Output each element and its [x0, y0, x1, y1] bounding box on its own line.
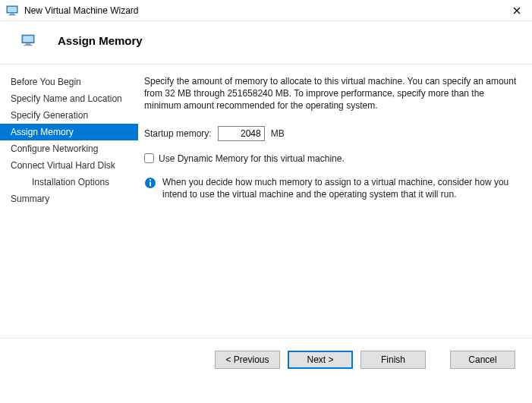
startup-memory-label: Startup memory:	[144, 128, 212, 139]
cancel-button[interactable]: Cancel	[450, 351, 515, 369]
wizard-steps: Before You Begin Specify Name and Locati…	[0, 65, 138, 338]
svg-rect-3	[8, 14, 16, 15]
step-specify-generation[interactable]: Specify Generation	[0, 107, 138, 124]
vm-icon	[6, 5, 18, 17]
vm-icon	[21, 33, 35, 47]
step-configure-networking[interactable]: Configure Networking	[0, 140, 138, 157]
startup-memory-input[interactable]	[218, 126, 265, 141]
memory-description: Specify the amount of memory to allocate…	[144, 75, 518, 112]
titlebar: New Virtual Machine Wizard	[0, 0, 532, 21]
step-summary[interactable]: Summary	[0, 190, 138, 207]
close-button[interactable]	[508, 2, 526, 20]
previous-button[interactable]: < Previous	[215, 351, 280, 369]
dynamic-memory-label: Use Dynamic Memory for this virtual mach…	[159, 153, 345, 164]
page-title: Assign Memory	[58, 34, 143, 47]
info-text: When you decide how much memory to assig…	[162, 176, 518, 200]
startup-memory-unit: MB	[271, 128, 285, 139]
wizard-header: Assign Memory	[0, 21, 532, 64]
svg-rect-8	[26, 44, 31, 46]
info-row: When you decide how much memory to assig…	[144, 176, 518, 200]
dynamic-memory-checkbox[interactable]	[144, 153, 154, 163]
svg-rect-9	[24, 45, 32, 46]
svg-rect-7	[23, 36, 33, 42]
finish-button[interactable]: Finish	[360, 351, 426, 369]
step-connect-vhd[interactable]: Connect Virtual Hard Disk	[0, 157, 138, 174]
dynamic-memory-row: Use Dynamic Memory for this virtual mach…	[144, 153, 518, 164]
svg-rect-11	[150, 181, 151, 186]
step-assign-memory[interactable]: Assign Memory	[0, 124, 138, 140]
next-button[interactable]: Next >	[288, 351, 353, 369]
window-title: New Virtual Machine Wizard	[24, 5, 508, 16]
info-icon	[144, 177, 156, 189]
svg-point-12	[150, 179, 151, 181]
step-before-you-begin[interactable]: Before You Begin	[0, 74, 138, 90]
wizard-content: Specify the amount of memory to allocate…	[138, 65, 532, 338]
startup-memory-row: Startup memory: MB	[144, 126, 518, 141]
step-installation-options[interactable]: Installation Options	[0, 174, 138, 190]
svg-rect-2	[10, 14, 14, 15]
wizard-footer: < Previous Next > Finish Cancel	[0, 338, 532, 369]
wizard-body: Before You Begin Specify Name and Locati…	[0, 64, 532, 338]
step-specify-name[interactable]: Specify Name and Location	[0, 90, 138, 107]
svg-rect-1	[8, 7, 17, 12]
